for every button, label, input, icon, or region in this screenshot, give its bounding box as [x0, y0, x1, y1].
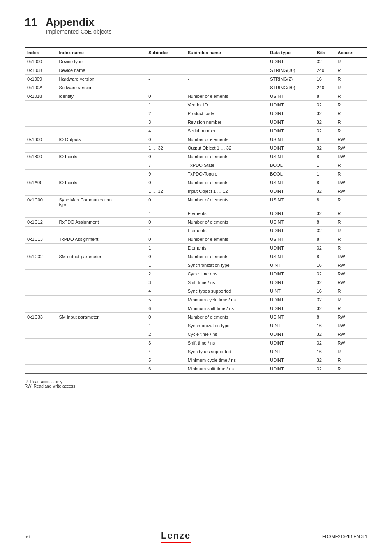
table-row: 5Minimum cycle time / nsUDINT32R [25, 356, 367, 364]
table-cell: Shift time / ns [185, 278, 268, 287]
col-header-index-name: Index name [56, 48, 146, 58]
table-cell [25, 187, 56, 195]
table-cell: UDINT [267, 278, 314, 287]
table-cell: 0 [146, 217, 185, 226]
table-cell [56, 364, 146, 373]
table-cell: - [185, 74, 268, 83]
table-cell: SM output parameter [56, 252, 146, 261]
table-cell: 0x1000 [25, 57, 56, 66]
table-cell: 4 [146, 287, 185, 295]
table-cell: USINT [267, 135, 314, 143]
table-cell: Elements [185, 243, 268, 252]
table-cell: 0x1C33 [25, 312, 56, 321]
footer-note: RW: Read and write access [25, 384, 367, 388]
table-cell: 240 [314, 83, 335, 92]
table-cell: Vendor ID [185, 100, 268, 109]
chapter-title: Appendix [46, 16, 111, 28]
table-row: 0x1000Device type--UDINT32R [25, 57, 367, 66]
table-cell [56, 278, 146, 287]
table-cell: 4 [146, 347, 185, 356]
table-cell: UDINT [267, 304, 314, 312]
table-cell: Sync types supported [185, 347, 268, 356]
table-cell: UDINT [267, 126, 314, 135]
table-cell: Number of elements [185, 195, 268, 209]
table-row: 0x1C13TxPDO Assignment0Number of element… [25, 235, 367, 243]
table-cell: UDINT [267, 295, 314, 304]
table-cell: Synchronization type [185, 261, 268, 269]
table-cell: TxPDO-Toggle [185, 169, 268, 178]
table-cell: UDINT [267, 269, 314, 278]
table-cell: 16 [314, 287, 335, 295]
table-cell: - [146, 57, 185, 66]
table-row: 6Minimum shift time / nsUDINT32R [25, 364, 367, 373]
table-cell [56, 261, 146, 269]
table-cell: RW [335, 261, 367, 269]
table-cell: IO Outputs [56, 135, 146, 143]
table-cell: 32 [314, 109, 335, 118]
table-cell: STRING(2) [267, 74, 314, 83]
table-cell: 8 [314, 92, 335, 100]
table-cell: Output Object 1 … 32 [185, 143, 268, 152]
table-cell: Synchronization type [185, 321, 268, 330]
table-cell: 32 [314, 338, 335, 347]
table-row: 4Sync types supportedUINT16R [25, 287, 367, 295]
lenze-logo-underline [161, 542, 191, 543]
table-cell [25, 278, 56, 287]
table-cell: - [185, 57, 268, 66]
table-cell: Minimum cycle time / ns [185, 356, 268, 364]
table-cell: 5 [146, 356, 185, 364]
table-cell: 0 [146, 312, 185, 321]
table-row: 2Cycle time / nsUDINT32RW [25, 269, 367, 278]
table-row: 1Synchronization typeUINT16RW [25, 261, 367, 269]
table-cell: UDINT [267, 187, 314, 195]
table-cell: Identity [56, 92, 146, 100]
table-row: 9TxPDO-ToggleBOOL1R [25, 169, 367, 178]
table-cell: 1 [146, 209, 185, 217]
table-cell: 32 [314, 278, 335, 287]
table-cell: 4 [146, 126, 185, 135]
table-row: 2Cycle time / nsUDINT32RW [25, 330, 367, 338]
table-row: 3Revision numberUDINT32R [25, 118, 367, 126]
table-cell: RW [335, 269, 367, 278]
table-cell: 32 [314, 187, 335, 195]
table-cell: R [335, 161, 367, 169]
table-cell: 0x1C12 [25, 217, 56, 226]
table-cell: UDINT [267, 143, 314, 152]
table-cell: Device type [56, 57, 146, 66]
chapter-subtitle: Implemented CoE objects [46, 28, 111, 35]
table-row: 4Sync types supportedUINT16R [25, 347, 367, 356]
table-cell: Sync Man Communicationtype [56, 195, 146, 209]
table-cell: Number of elements [185, 178, 268, 187]
table-cell: Revision number [185, 118, 268, 126]
doc-ref: EDSMF2192IB EN 3.1 [322, 534, 367, 539]
table-cell [25, 321, 56, 330]
table-cell: 8 [314, 178, 335, 187]
table-cell: 5 [146, 295, 185, 304]
table-cell: R [335, 118, 367, 126]
table-cell: USINT [267, 178, 314, 187]
table-cell: 16 [314, 347, 335, 356]
table-cell: Input Object 1 … 12 [185, 187, 268, 195]
table-cell: BOOL [267, 161, 314, 169]
table-cell: 32 [314, 100, 335, 109]
table-cell [25, 338, 56, 347]
chapter-title-block: Appendix Implemented CoE objects [46, 16, 111, 35]
table-cell: 8 [314, 135, 335, 143]
table-cell: 32 [314, 269, 335, 278]
table-row: 1 … 12Input Object 1 … 12UDINT32RW [25, 187, 367, 195]
table-cell: - [146, 74, 185, 83]
table-cell: R [335, 356, 367, 364]
table-cell: RW [335, 252, 367, 261]
table-cell: 2 [146, 330, 185, 338]
table-cell: USINT [267, 92, 314, 100]
table-cell: 0 [146, 195, 185, 209]
table-cell: 0x100A [25, 83, 56, 92]
table-cell: 1 … 32 [146, 143, 185, 152]
table-cell: 16 [314, 261, 335, 269]
table-cell [56, 100, 146, 109]
table-cell: UDINT [267, 109, 314, 118]
table-cell [25, 226, 56, 235]
table-cell: R [335, 92, 367, 100]
table-row: 0x1008Device name--STRING(30)240R [25, 66, 367, 74]
table-row: 1 … 32Output Object 1 … 32UDINT32RW [25, 143, 367, 152]
